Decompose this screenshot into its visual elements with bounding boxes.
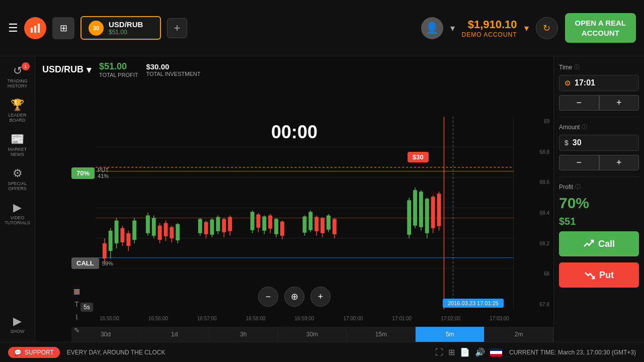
sidebar-label-special-offers: SPECIAL OFFERS: [4, 181, 32, 191]
refresh-button[interactable]: ↻: [536, 17, 558, 39]
interval-indicator: 5s: [80, 303, 93, 312]
time-decrement-button[interactable]: −: [559, 95, 599, 111]
sidebar-item-video-tutorials[interactable]: ▶ VIDEO TUTORIALS: [2, 197, 34, 229]
divider-2: [559, 176, 639, 177]
svg-rect-9: [103, 243, 107, 258]
chart-tool-line[interactable]: ⌇: [71, 311, 82, 323]
chart-icon-btn[interactable]: [24, 17, 46, 39]
chart-tools-strip: ▦ T ⌇ ✎: [71, 285, 82, 336]
bottom-icons: ⛶ ⊞ 📄 🔊: [435, 347, 502, 357]
clock-icon: ⊙: [565, 79, 571, 87]
support-button[interactable]: 💬 SUPPORT: [8, 347, 60, 358]
hamburger-menu[interactable]: ☰: [8, 22, 18, 35]
svg-rect-19: [132, 221, 136, 240]
market-news-icon: 📰: [11, 133, 24, 146]
svg-rect-17: [126, 233, 130, 246]
document-icon[interactable]: 📄: [460, 347, 470, 357]
amount-stepper: − +: [559, 155, 639, 170]
amount-info-icon: ⓘ: [582, 123, 587, 131]
divider-1: [559, 117, 639, 117]
sidebar-label-show: SHOW: [11, 329, 25, 334]
language-flag[interactable]: [490, 348, 502, 356]
svg-rect-55: [280, 222, 284, 236]
svg-rect-73: [419, 192, 423, 227]
support-icon: 💬: [14, 349, 22, 356]
svg-rect-41: [222, 219, 226, 232]
open-real-account-button[interactable]: OPEN A REAL ACCOUNT: [565, 13, 636, 43]
svg-rect-29: [170, 227, 174, 238]
svg-rect-79: [437, 194, 441, 226]
avatar-dropdown[interactable]: ▾: [450, 23, 455, 34]
chart-tool-text[interactable]: T: [71, 298, 82, 310]
chart-tool-bar[interactable]: ▦: [71, 285, 82, 297]
chart-zoom-controls: − ⊕ +: [258, 287, 331, 307]
price-tick-6: 68: [516, 271, 551, 277]
svg-rect-53: [274, 219, 278, 234]
pan-button[interactable]: ⊕: [284, 287, 304, 307]
put-button[interactable]: Put: [559, 262, 639, 288]
top-navigation: ☰ ⊞ 30 USD/RUB $51.00 + 👤 ▾ $1,910.10 DE…: [0, 0, 644, 56]
put-text: PUT: [98, 167, 109, 173]
leaderboard-icon: 🏆: [11, 99, 24, 112]
add-instrument-button[interactable]: +: [167, 18, 187, 38]
svg-rect-11: [109, 231, 113, 251]
sidebar-label-leaderboard: LEADER BOARD: [4, 113, 32, 123]
svg-rect-57: [302, 217, 306, 233]
date-tooltip: 2016.03.23 17:01:25: [443, 299, 504, 308]
amount-decrement-button[interactable]: −: [559, 155, 599, 170]
svg-rect-1: [34, 26, 36, 33]
pair-profit: $51.00: [109, 29, 143, 36]
svg-rect-77: [431, 197, 435, 228]
bottom-bar: 💬 SUPPORT EVERY DAY, AROUND THE CLOCK ⛶ …: [0, 342, 644, 362]
avatar[interactable]: 👤: [421, 17, 443, 39]
sidebar-item-show[interactable]: ▶ SHOW: [2, 311, 34, 338]
sidebar-item-special-offers[interactable]: ⚙ SPECIAL OFFERS: [2, 163, 34, 195]
sidebar-item-trading-history[interactable]: 1 ↺ TRADING HISTORY: [2, 60, 34, 93]
profit-percentage: 70%: [559, 195, 639, 212]
tf-3h[interactable]: 3h: [209, 327, 278, 342]
zoom-out-button[interactable]: −: [258, 287, 278, 307]
video-tutorials-icon: ▶: [13, 201, 22, 214]
call-button[interactable]: Call: [559, 231, 639, 256]
sidebar-item-market-news[interactable]: 📰 MARKET NEWS: [2, 129, 34, 161]
time-tick-8: 17:02:00: [441, 316, 460, 321]
total-profit-label: TOTAL PROFIT: [99, 72, 138, 78]
svg-rect-71: [413, 190, 417, 226]
time-increment-button[interactable]: +: [599, 95, 639, 111]
price-tick-7: 67.8: [516, 302, 551, 307]
svg-rect-33: [198, 219, 202, 233]
grid-icon-btn[interactable]: ⊞: [52, 17, 74, 39]
fullscreen-icon[interactable]: ⛶: [435, 348, 443, 357]
tf-1d[interactable]: 1d: [140, 327, 209, 342]
sound-icon[interactable]: 🔊: [475, 347, 485, 357]
tf-2m[interactable]: 2m: [485, 327, 553, 342]
zoom-in-button[interactable]: +: [310, 287, 331, 307]
chart-pair-selector[interactable]: USD/RUB ▾: [42, 64, 91, 75]
candlestick-chart[interactable]: 69.1: [96, 117, 553, 309]
amount-increment-button[interactable]: +: [599, 155, 639, 170]
put-label-area: 70% PUT 41%: [71, 167, 109, 179]
time-tick-9: 17:03:00: [490, 316, 509, 321]
amount-value: 30: [573, 138, 582, 147]
balance-dropdown-arrow[interactable]: ▾: [524, 23, 529, 34]
total-investment-label: TOTAL INVESTMENT: [146, 71, 200, 77]
price-axis: 69 68.8 68.6 68.4 68.2 68 67.8: [513, 117, 553, 309]
balance-display[interactable]: $1,910.10 DEMO ACCOUNT: [462, 18, 517, 38]
layout-icon[interactable]: ⊞: [448, 347, 455, 357]
ticker-text: EVERY DAY, AROUND THE CLOCK: [67, 349, 166, 356]
sidebar-label-market-news: MARKET NEWS: [4, 147, 32, 157]
svg-rect-31: [176, 224, 180, 240]
time-stepper: − +: [559, 95, 639, 111]
trade-badge-price: $30: [408, 152, 429, 162]
sidebar-label-trading-history: TRADING HISTORY: [4, 78, 32, 88]
profit-value: $51: [559, 216, 639, 227]
tf-15m[interactable]: 15m: [347, 327, 416, 342]
pair-selector[interactable]: 30 USD/RUB $51.00: [80, 16, 161, 40]
sidebar-item-leaderboard[interactable]: 🏆 LEADER BOARD: [2, 95, 34, 127]
chart-tool-draw[interactable]: ✎: [71, 324, 82, 336]
tf-30m[interactable]: 30m: [278, 327, 347, 342]
call-badge: CALL: [71, 257, 99, 269]
profit-info-icon: ⓘ: [575, 183, 581, 191]
time-info-icon: ⓘ: [574, 63, 580, 71]
tf-5m[interactable]: 5m: [416, 327, 485, 342]
